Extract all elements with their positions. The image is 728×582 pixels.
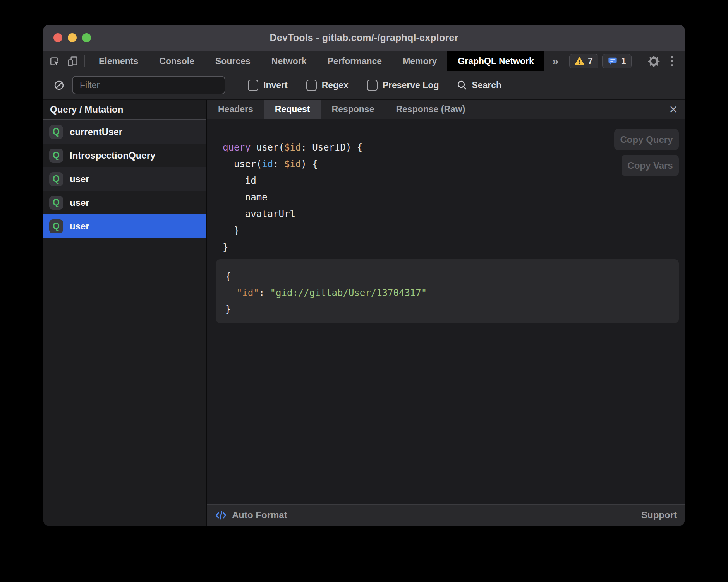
close-panel-button[interactable]: × [662,100,685,119]
gear-icon [647,55,660,68]
request-view: Copy Query Copy Vars query user($id: Use… [207,119,685,504]
detail-tab-list: HeadersRequestResponseResponse (Raw) [207,100,476,119]
filter-input[interactable] [72,76,225,94]
warning-icon [575,56,584,66]
message-icon [608,56,618,66]
search-label: Search [472,80,501,91]
query-name: currentUser [70,127,122,137]
toolbar-separator [84,55,85,67]
auto-format-button[interactable]: Auto Format [215,509,287,521]
checkbox-regex[interactable]: Regex [306,80,349,91]
support-link[interactable]: Support [641,510,677,520]
filter-toolbar: InvertRegexPreserve Log Search [43,71,685,100]
checkbox-invert[interactable]: Invert [248,80,288,91]
inspect-element-button[interactable] [46,51,64,71]
search-icon [457,80,467,91]
panel-content: Query / Mutation QcurrentUserQIntrospect… [43,100,685,526]
tab-graphql-network[interactable]: GraphQL Network [447,51,544,71]
devtools-window: DevTools - gitlab.com/-/graphql-explorer… [43,25,685,526]
code-line: user(id: $id) { [223,156,679,173]
detail-tab-response-raw[interactable]: Response (Raw) [385,100,476,119]
code-line: name [223,189,679,206]
auto-format-label: Auto Format [232,510,287,520]
query-type-badge: Q [49,196,63,210]
tabbar-right-cluster: 7 1 [569,51,685,71]
issues-button[interactable]: 1 [602,54,632,68]
query-list-item-3[interactable]: Quser [43,191,206,214]
block-icon [53,80,65,91]
tab-performance[interactable]: Performance [317,51,393,71]
code-line: } [225,301,670,317]
more-options-button[interactable] [666,56,679,67]
query-name: user [70,174,89,185]
main-tab-list: ElementsConsoleSourcesNetworkPerformance… [88,51,544,71]
toolbar-separator [639,56,639,67]
sidebar-header: Query / Mutation [43,100,206,120]
query-code: query user($id: UserID) { user(id: $id) … [223,139,679,256]
close-window-button[interactable] [53,33,62,42]
zoom-window-button[interactable] [82,33,91,42]
window-titlebar: DevTools - gitlab.com/-/graphql-explorer [43,25,685,51]
code-line: { [225,269,670,285]
checkbox-label-regex: Regex [322,80,349,91]
device-toolbar-icon [67,55,79,67]
detail-panel: HeadersRequestResponseResponse (Raw) × C… [207,100,685,526]
checkbox-box-invert[interactable] [248,80,258,91]
tab-console[interactable]: Console [149,51,205,71]
more-tabs-button[interactable]: » [544,51,567,71]
checkbox-label-invert: Invert [263,80,288,91]
code-line: "id": "gid://gitlab/User/13704317" [225,285,670,301]
desktop-background: DevTools - gitlab.com/-/graphql-explorer… [0,0,728,582]
device-toolbar-button[interactable] [64,51,81,71]
window-title: DevTools - gitlab.com/-/graphql-explorer [270,32,458,43]
search-toggle[interactable]: Search [457,80,501,91]
tab-sources[interactable]: Sources [205,51,261,71]
variables-code: { "id": "gid://gitlab/User/13704317"} [225,269,670,317]
minimize-window-button[interactable] [68,33,77,42]
chevron-double-icon: » [552,55,559,68]
tab-elements[interactable]: Elements [88,51,149,71]
code-line: } [223,239,679,256]
code-line: query user($id: UserID) { [223,139,679,156]
tab-memory[interactable]: Memory [392,51,447,71]
tab-network[interactable]: Network [261,51,317,71]
query-list-item-1[interactable]: QIntrospectionQuery [43,144,206,167]
query-name: user [70,221,89,232]
query-list-item-4[interactable]: Quser [43,214,206,238]
code-line: } [223,223,679,239]
query-sidebar: Query / Mutation QcurrentUserQIntrospect… [43,100,206,526]
detail-tab-response[interactable]: Response [321,100,385,119]
clear-button[interactable] [51,80,67,91]
kebab-menu-icon [671,56,673,58]
detail-tab-request[interactable]: Request [264,100,321,119]
detail-footer: Auto Format Support [207,504,685,526]
copy-vars-button[interactable]: Copy Vars [622,155,679,176]
warnings-button[interactable]: 7 [569,54,598,68]
query-type-badge: Q [49,172,63,186]
settings-button[interactable] [646,55,662,68]
variables-box: { "id": "gid://gitlab/User/13704317"} [216,259,679,323]
traffic-lights [53,25,91,51]
query-list: QcurrentUserQIntrospectionQueryQuserQuse… [43,120,206,238]
query-name: IntrospectionQuery [70,150,155,161]
query-type-badge: Q [49,125,63,139]
copy-query-button[interactable]: Copy Query [614,129,679,150]
checkbox-box-regex[interactable] [306,80,317,91]
warning-count: 7 [588,56,593,67]
devtools-tabbar: ElementsConsoleSourcesNetworkPerformance… [43,51,685,71]
query-type-badge: Q [49,219,63,233]
code-format-icon [215,509,227,521]
filter-checkbox-group: InvertRegexPreserve Log [225,80,439,91]
query-type-badge: Q [49,149,63,163]
query-list-item-0[interactable]: QcurrentUser [43,120,206,144]
detail-tab-headers[interactable]: Headers [207,100,264,119]
query-name: user [70,197,89,208]
detail-tabbar: HeadersRequestResponseResponse (Raw) × [207,100,685,119]
code-line: id [223,173,679,189]
checkbox-box-preserve-log[interactable] [367,80,378,91]
inspect-cursor-icon [49,55,61,67]
checkbox-preserve-log[interactable]: Preserve Log [367,80,439,91]
query-list-item-2[interactable]: Quser [43,167,206,191]
checkbox-label-preserve-log: Preserve Log [383,80,439,91]
close-icon: × [669,101,677,118]
